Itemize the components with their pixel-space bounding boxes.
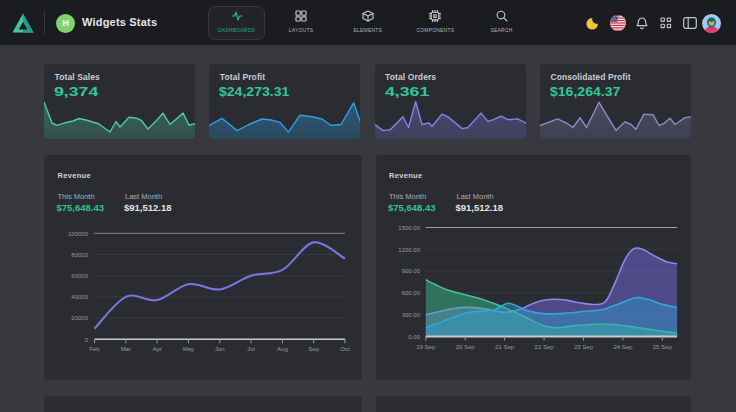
svg-text:20000: 20000: [71, 315, 88, 321]
svg-text:Sep: Sep: [308, 346, 319, 352]
svg-text:300.00: 300.00: [401, 312, 420, 318]
svg-text:21 Sep: 21 Sep: [495, 344, 515, 350]
svg-text:1500.00: 1500.00: [398, 225, 420, 231]
svg-text:Oct: Oct: [340, 346, 350, 352]
svg-text:Jul: Jul: [247, 346, 255, 352]
svg-text:Aug: Aug: [277, 346, 288, 352]
svg-text:Jun: Jun: [215, 346, 225, 352]
svg-text:Mar: Mar: [121, 346, 131, 352]
svg-text:1200.00: 1200.00: [398, 247, 420, 253]
svg-text:600.00: 600.00: [401, 290, 420, 296]
svg-text:Feb: Feb: [89, 346, 100, 352]
svg-text:23 Sep: 23 Sep: [573, 344, 593, 350]
svg-text:0: 0: [85, 337, 89, 343]
svg-text:22 Sep: 22 Sep: [534, 344, 554, 350]
svg-text:19 Sep: 19 Sep: [416, 344, 436, 350]
svg-text:Apr: Apr: [152, 346, 161, 352]
svg-text:25 Sep: 25 Sep: [652, 344, 672, 350]
svg-text:100000: 100000: [68, 231, 89, 237]
svg-text:900.00: 900.00: [401, 268, 420, 274]
svg-text:80000: 80000: [71, 252, 88, 258]
svg-text:May: May: [183, 346, 194, 352]
svg-text:60000: 60000: [71, 273, 88, 279]
svg-text:20 Sep: 20 Sep: [455, 344, 475, 350]
svg-text:0.00: 0.00: [408, 334, 420, 340]
svg-text:40000: 40000: [71, 294, 88, 300]
svg-text:24 Sep: 24 Sep: [613, 344, 633, 350]
